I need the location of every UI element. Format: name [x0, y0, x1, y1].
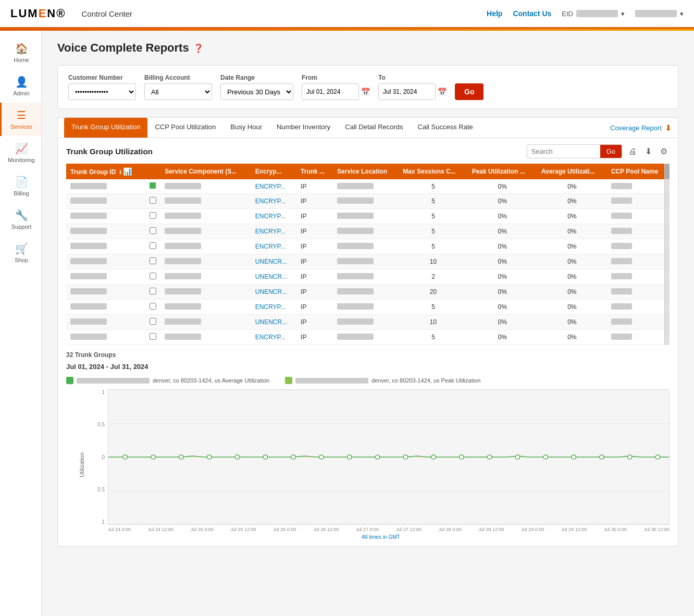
contact-us-link[interactable]: Contact Us [513, 9, 551, 18]
cell-ccp: •••• [607, 330, 670, 345]
print-button[interactable]: 🖨 [626, 145, 639, 158]
encrypt-link[interactable]: ENCRYP... [255, 213, 286, 220]
filter-go-button[interactable]: Go [455, 83, 484, 100]
sidebar-item-monitoring[interactable]: 📈 Monitoring [0, 136, 41, 169]
cell-ccp: •••• [607, 254, 670, 269]
to-calendar-icon[interactable]: 📅 [438, 88, 447, 96]
tab-busy-hour[interactable]: Busy Hour [223, 118, 269, 138]
tab-call-detail[interactable]: Call Detail Records [338, 118, 410, 138]
encrypt-link[interactable]: UNENCR... [255, 318, 287, 326]
row-checkbox[interactable] [150, 212, 156, 219]
cell-location: •••••••••••••• [333, 269, 399, 285]
sidebar-item-shop[interactable]: 🛒 Shop [0, 236, 41, 269]
encrypt-link[interactable]: ENCRYP... [255, 334, 286, 341]
cell-checkbox[interactable] [145, 209, 160, 224]
sidebar-item-home[interactable]: 🏠 Home [0, 36, 41, 69]
cell-checkbox[interactable] [145, 254, 160, 269]
cell-checkbox[interactable] [145, 300, 160, 315]
cell-service: •••••••••• [160, 239, 251, 254]
cell-max-sessions: 2 [399, 269, 467, 285]
help-circle-icon[interactable]: ❓ [193, 43, 204, 53]
help-link[interactable]: Help [487, 9, 502, 18]
row-checkbox[interactable] [150, 303, 156, 310]
chart-icon[interactable]: 📊 [123, 167, 132, 176]
cell-max-sessions: 5 [399, 300, 467, 315]
row-checkbox[interactable] [150, 288, 156, 294]
x-label-0: Jul 24 0:00 [108, 527, 131, 532]
page-header: Voice Complete Reports ❓ [57, 41, 678, 55]
svg-point-13 [347, 455, 352, 459]
cell-encrypt: ENCRYP... [251, 179, 296, 194]
row-checkbox[interactable] [150, 333, 156, 340]
user-dropdown-arrow[interactable]: ▾ [680, 10, 684, 18]
to-date-input[interactable] [378, 83, 436, 100]
search-go-button[interactable]: Go [600, 145, 622, 158]
cell-checkbox[interactable] [145, 330, 160, 345]
row-checkbox[interactable] [150, 257, 156, 264]
row-checkbox[interactable] [150, 227, 156, 234]
encrypt-link[interactable]: ENCRYP... [255, 198, 286, 205]
trunk-id-blur: •••••••• [70, 318, 107, 325]
encrypt-link[interactable]: ENCRYP... [255, 183, 286, 190]
cell-checkbox[interactable] [145, 179, 160, 194]
table-scrollbar[interactable] [664, 164, 670, 345]
coverage-report-link[interactable]: Coverage Report ⬇ [610, 123, 672, 133]
cell-encrypt: ENCRYP... [251, 300, 296, 315]
customer-number-select[interactable]: •••••••••••••• [68, 83, 136, 100]
encrypt-link[interactable]: ENCRYP... [255, 228, 286, 235]
cell-avg-util: 0% [537, 285, 607, 300]
search-input[interactable] [527, 145, 600, 158]
cell-avg-util: 0% [537, 224, 607, 239]
tab-number-inventory[interactable]: Number Inventory [269, 118, 338, 138]
cell-checkbox[interactable] [145, 269, 160, 285]
cell-peak-util: 0% [468, 330, 537, 345]
row-checkbox[interactable] [150, 318, 156, 325]
encrypt-link[interactable]: UNENCR... [255, 288, 287, 295]
cell-encrypt: ENCRYP... [251, 224, 296, 239]
cell-checkbox[interactable] [145, 315, 160, 330]
location-blur: •••••••••••••• [337, 183, 374, 189]
encrypt-link[interactable]: UNENCR... [255, 273, 287, 280]
tab-ccp-pool[interactable]: CCP Pool Utilization [147, 118, 223, 138]
services-icon: ☰ [17, 109, 26, 121]
customer-number-group: Customer Number •••••••••••••• [68, 74, 136, 100]
tab-call-success[interactable]: Call Success Rate [411, 118, 480, 138]
cell-checkbox[interactable] [145, 194, 160, 209]
row-checkbox[interactable] [150, 242, 156, 249]
cell-checkbox[interactable] [145, 224, 160, 239]
download-table-button[interactable]: ⬇ [643, 144, 654, 158]
sidebar-item-admin[interactable]: 👤 Admin [0, 69, 41, 103]
sort-icon-id[interactable]: ℹ [119, 169, 121, 175]
billing-account-label: Billing Account [144, 74, 212, 81]
cell-checkbox[interactable] [145, 239, 160, 254]
chart-legend: denver, co 80203-1424, us Average Utiliz… [66, 377, 670, 384]
cell-service: •••••••••• [160, 194, 251, 209]
tab-trunk-group[interactable]: Trunk Group Utilization [64, 118, 147, 138]
col-service-component: Service Component (S... [160, 164, 251, 179]
row-checkbox[interactable] [150, 273, 156, 279]
row-checkbox[interactable] [150, 197, 156, 204]
sidebar-item-services[interactable]: ☰ Services [0, 103, 41, 136]
encrypt-link[interactable]: ENCRYP... [255, 303, 286, 311]
encrypt-link[interactable]: ENCRYP... [255, 243, 286, 250]
sidebar-item-billing[interactable]: 📄 Billing [0, 169, 41, 203]
settings-button[interactable]: ⚙ [658, 144, 670, 158]
table-row: •••••••• •••••••••• UNENCR... IP •••••••… [66, 269, 670, 285]
eid-value [576, 10, 618, 17]
sidebar-item-support[interactable]: 🔧 Support [0, 203, 41, 236]
from-date-input[interactable] [302, 83, 359, 100]
cell-location: •••••••••••••• [333, 254, 399, 269]
cell-checkbox[interactable] [145, 285, 160, 300]
active-indicator [150, 182, 156, 189]
date-range-select[interactable]: Previous 7 Days Previous 30 Days Previou… [220, 83, 293, 100]
eid-dropdown-arrow[interactable]: ▾ [621, 10, 625, 18]
cell-trunk-id: •••••••• [66, 330, 145, 345]
table-row: •••••••• •••••••••• UNENCR... IP •••••••… [66, 285, 670, 300]
billing-account-select[interactable]: All [144, 83, 212, 100]
encrypt-link[interactable]: UNENCR... [255, 258, 287, 265]
cell-trunk-id: •••••••• [66, 315, 145, 330]
chart-content: 1 0.5 0 0.5 1 [92, 389, 670, 525]
cell-service: •••••••••• [160, 254, 251, 269]
from-calendar-icon[interactable]: 📅 [361, 88, 370, 96]
ccp-blur: •••• [611, 303, 632, 310]
